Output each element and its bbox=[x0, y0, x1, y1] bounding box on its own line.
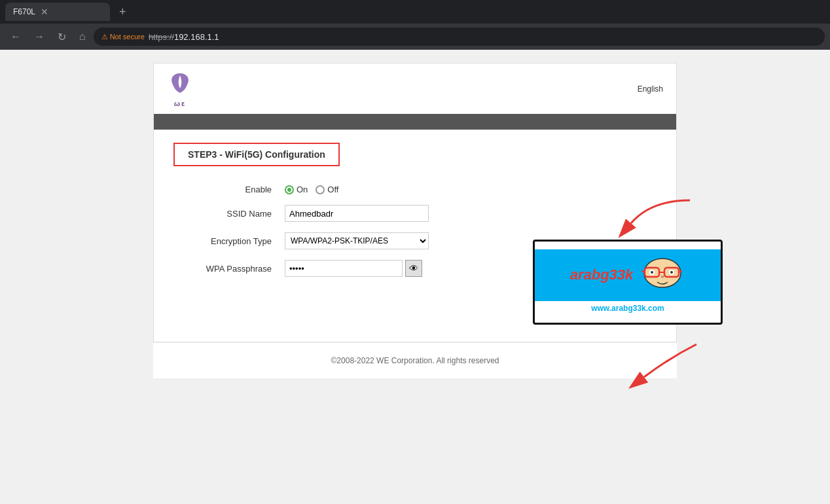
encryption-select[interactable]: WPA/WPA2-PSK-TKIP/AES WPA2-PSK-AES WPA-P… bbox=[285, 232, 429, 249]
off-radio-button[interactable] bbox=[316, 185, 325, 194]
active-tab[interactable]: F670L ✕ bbox=[5, 3, 110, 21]
passphrase-input[interactable] bbox=[285, 260, 403, 277]
language-selector[interactable]: English bbox=[638, 84, 663, 94]
url-address: 192.168.1.1 bbox=[174, 32, 219, 42]
ssid-input[interactable] bbox=[285, 205, 429, 222]
url-display: https://192.168.1.1 bbox=[149, 32, 219, 42]
nav-bar: ← → ↻ ⌂ ⚠ Not secure https://192.168.1.1 bbox=[0, 24, 830, 50]
watermark-url: www.arabg33k.com bbox=[537, 304, 718, 313]
ssid-label: SSID Name bbox=[173, 200, 278, 227]
logo-icon bbox=[167, 70, 193, 99]
arrow-next bbox=[624, 338, 703, 390]
enable-radio-group: On Off bbox=[285, 185, 650, 194]
tab-bar: F670L ✕ + bbox=[0, 0, 830, 24]
browser-chrome: F670L ✕ + ← → ↻ ⌂ ⚠ Not secure https://1… bbox=[0, 0, 830, 50]
page-relative-container: ωε English STEP3 - WiFi(5G) Configuratio… bbox=[153, 63, 677, 342]
enable-off-option[interactable]: Off bbox=[316, 185, 338, 194]
enable-row: Enable On Off bbox=[173, 179, 657, 200]
ssid-field bbox=[278, 200, 657, 227]
warning-icon: ⚠ bbox=[101, 33, 108, 41]
glasses-character bbox=[640, 255, 685, 296]
logo-area: ωε bbox=[167, 70, 193, 107]
encryption-label: Encryption Type bbox=[173, 227, 278, 255]
tab-title: F670L bbox=[13, 7, 35, 16]
progress-bar bbox=[154, 114, 676, 130]
enable-label: Enable bbox=[173, 179, 278, 200]
url-protocol: https:// bbox=[149, 32, 174, 42]
eye-icon: 👁 bbox=[409, 263, 418, 274]
step-title: STEP3 - WiFi(5G) Configuration bbox=[173, 143, 340, 166]
address-bar[interactable]: ⚠ Not secure https://192.168.1.1 bbox=[94, 27, 825, 46]
reload-button[interactable]: ↻ bbox=[52, 28, 71, 46]
back-button[interactable]: ← bbox=[5, 28, 26, 45]
forward-button[interactable]: → bbox=[29, 28, 50, 45]
new-tab-button[interactable]: + bbox=[115, 4, 130, 20]
watermark-bottom: www.arabg33k.com bbox=[535, 301, 721, 315]
show-password-button[interactable]: 👁 bbox=[405, 260, 422, 277]
enable-on-option[interactable]: On bbox=[285, 185, 308, 194]
passphrase-label: WPA Passphrase bbox=[173, 255, 278, 282]
security-warning: ⚠ Not secure bbox=[101, 33, 145, 41]
svg-point-9 bbox=[670, 271, 673, 274]
logo-text: ωε bbox=[174, 99, 187, 107]
svg-point-8 bbox=[651, 271, 653, 274]
enable-field: On Off bbox=[278, 179, 657, 200]
home-button[interactable]: ⌂ bbox=[74, 28, 91, 45]
ssid-row: SSID Name bbox=[173, 200, 657, 227]
copyright-text: ©2008-2022 WE Corporation. All rights re… bbox=[331, 356, 499, 365]
watermark-top: arabg33k bbox=[535, 249, 721, 301]
tab-close-button[interactable]: ✕ bbox=[41, 7, 48, 17]
watermark-overlay: arabg33k bbox=[533, 240, 723, 325]
page-wrapper: ωε English STEP3 - WiFi(5G) Configuratio… bbox=[0, 50, 830, 504]
site-footer: ©2008-2022 WE Corporation. All rights re… bbox=[153, 342, 677, 378]
on-radio-button[interactable] bbox=[285, 185, 294, 194]
watermark-brand: arabg33k bbox=[570, 266, 634, 283]
site-header: ωε English bbox=[154, 63, 676, 114]
